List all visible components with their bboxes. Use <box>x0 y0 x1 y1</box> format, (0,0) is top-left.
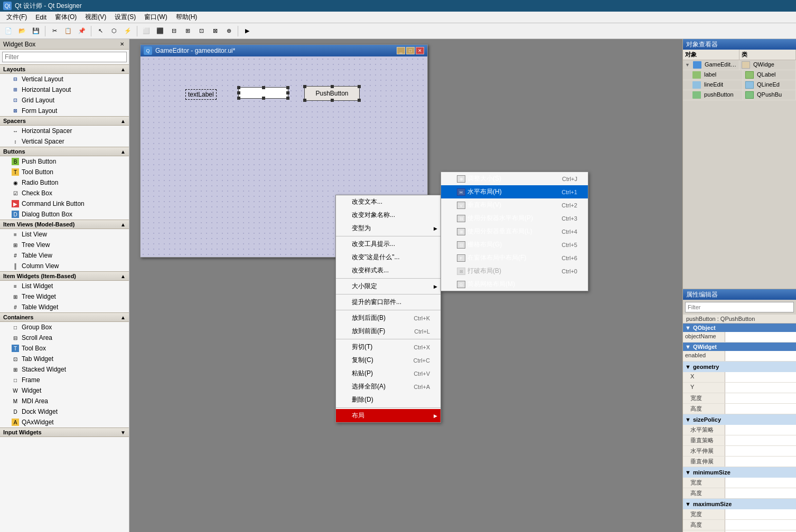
submenu-adjust-size[interactable]: ⊕ 调整大小(S) Ctrl+J <box>441 172 588 185</box>
handle-bl[interactable] <box>237 97 240 100</box>
menu-window-form[interactable]: 窗体(O) <box>51 12 81 23</box>
ctx-change-text[interactable]: 改变文本... <box>336 195 441 208</box>
category-spacers[interactable]: Spacers ▲ <box>0 116 129 126</box>
pb-handle-bl[interactable] <box>303 99 306 102</box>
toolbar-open[interactable]: 📂 <box>16 25 29 37</box>
widget-dialog-button-box[interactable]: D Dialog Button Box <box>0 209 129 220</box>
widget-push-button[interactable]: B Push Button <box>0 156 129 167</box>
ctx-change-name[interactable]: 改变对象名称... <box>336 208 441 222</box>
toolbar-copy[interactable]: 📋 <box>62 25 74 37</box>
widget-tool-box[interactable]: T Tool Box <box>0 343 129 354</box>
designer-close-btn[interactable]: ✕ <box>416 47 424 54</box>
ctx-promote-widget[interactable]: 提升的窗口部件... <box>336 296 441 309</box>
prop-hpolicy-value[interactable] <box>725 425 796 435</box>
widget-dock-widget[interactable]: D Dock Widget <box>0 406 129 417</box>
ctx-cut[interactable]: 剪切(T) Ctrl+X <box>336 340 441 354</box>
category-buttons[interactable]: Buttons ▲ <box>0 147 129 156</box>
widget-vertical-spacer[interactable]: ↕ Vertical Spacer <box>0 136 129 147</box>
widget-scroll-area[interactable]: ⊟ Scroll Area <box>0 332 129 343</box>
prop-maxheight-value[interactable] <box>725 520 796 530</box>
pb-handle-br[interactable] <box>358 99 361 102</box>
submenu-formlayout[interactable]: F 在窗体布局中布局(F) Ctrl+6 <box>441 251 588 264</box>
widget-tool-button[interactable]: T Tool Button <box>0 167 129 177</box>
widget-group-box[interactable]: □ Group Box <box>0 322 129 332</box>
category-layouts[interactable]: Layouts ▲ <box>0 64 129 74</box>
widget-vertical-layout[interactable]: ⊟ Vertical Layout <box>0 74 129 84</box>
prop-y-value[interactable] <box>725 383 796 393</box>
widget-tree-view[interactable]: ⊞ Tree View <box>0 240 129 250</box>
prop-vpolicy-value[interactable] <box>725 435 796 445</box>
widget-tab-widget[interactable]: ⊡ Tab Widget <box>0 354 129 364</box>
handle-br[interactable] <box>286 97 289 100</box>
handle-tc[interactable] <box>262 86 265 89</box>
property-filter[interactable] <box>685 302 794 312</box>
widget-column-view[interactable]: ║ Column View <box>0 261 129 271</box>
toolbar-cut[interactable]: ✂ <box>48 25 61 37</box>
ctx-delete[interactable]: 删除(D) <box>336 393 441 406</box>
ctx-paste[interactable]: 粘贴(P) Ctrl+V <box>336 367 441 380</box>
widget-stacked-widget[interactable]: ⊞ Stacked Widget <box>0 364 129 375</box>
pb-handle-bc[interactable] <box>331 99 334 102</box>
ctx-change-tooltip[interactable]: 改变工具提示... <box>336 238 441 251</box>
pb-handle-tr[interactable] <box>358 85 361 88</box>
designer-maximize-btn[interactable]: □ <box>406 47 415 54</box>
menu-view[interactable]: 视图(V) <box>81 12 110 23</box>
widget-box-close[interactable]: ✕ <box>118 41 126 47</box>
handle-tr[interactable] <box>286 86 289 89</box>
toolbar-break[interactable]: ⊠ <box>209 25 221 37</box>
toolbar-preview[interactable]: ▶ <box>241 25 254 37</box>
toolbar-grid[interactable]: ⊡ <box>195 25 208 37</box>
prop-maxwidth-value[interactable] <box>725 509 796 519</box>
menu-help[interactable]: 帮助(H) <box>172 12 202 23</box>
category-input-widgets[interactable]: Input Widgets ▼ <box>0 428 129 437</box>
widget-table-view[interactable]: # Table View <box>0 250 129 261</box>
widget-command-link-button[interactable]: ▶ Command Link Button <box>0 198 129 209</box>
toolbar-adjust[interactable]: ⊕ <box>222 25 235 37</box>
widget-form-layout[interactable]: ⊠ Form Layout <box>0 106 129 116</box>
obj-row-gameeditor[interactable]: ▼ GameEditorClass QWidge <box>683 60 796 70</box>
prop-minwidth-value[interactable] <box>725 478 796 488</box>
ctx-change-stylesheet[interactable]: 改变样式表... <box>336 264 441 277</box>
widget-widget[interactable]: W Widget <box>0 385 129 396</box>
submenu-hsplit[interactable]: ⊟ 使用分裂器水平布局(P) Ctrl+3 <box>441 212 588 225</box>
toolbar-new[interactable]: 📄 <box>2 25 15 37</box>
ctx-size-limit[interactable]: 大小限定 <box>336 280 441 293</box>
prop-minheight-value[interactable] <box>725 488 796 498</box>
handle-ml[interactable] <box>237 91 240 94</box>
handle-mr[interactable] <box>286 91 289 94</box>
handle-tl[interactable] <box>237 86 240 89</box>
submenu-vsplit[interactable]: ⊞ 使用分裂器垂直布局(L) Ctrl+4 <box>441 225 588 238</box>
widget-mdi-area[interactable]: M MDI Area <box>0 396 129 406</box>
widget-tree-widget[interactable]: ⊞ Tree Widget <box>0 291 129 302</box>
widget-grid-layout[interactable]: ⊡ Grid Layout <box>0 95 129 106</box>
toolbar-save[interactable]: 💾 <box>30 25 42 37</box>
toolbar-widget[interactable]: ⬡ <box>108 25 120 37</box>
widget-frame[interactable]: □ Frame <box>0 375 129 385</box>
submenu-hlayout[interactable]: H 水平布局(H) Ctrl+1 <box>441 185 588 198</box>
toolbar-hlayout[interactable]: ⬜ <box>140 25 153 37</box>
submenu-simple-grid[interactable]: G 简易网格布局(M) <box>441 278 588 291</box>
menu-file[interactable]: 文件(F) <box>2 12 31 23</box>
obj-row-label[interactable]: label QLabel <box>683 70 796 80</box>
toolbar-vsplit[interactable]: ⊞ <box>181 25 194 37</box>
designer-minimize-btn[interactable]: _ <box>397 47 405 54</box>
pb-handle-tc[interactable] <box>331 85 334 88</box>
widget-check-box[interactable]: ☑ Check Box <box>0 188 129 198</box>
prop-objectname-value[interactable] <box>725 332 796 342</box>
widget-qaxwidget[interactable]: A QAxWidget <box>0 417 129 428</box>
submenu-vlayout[interactable]: V 垂直布局(V) Ctrl+2 <box>441 198 588 212</box>
ctx-bring-front[interactable]: 放到前面(F) Ctrl+L <box>336 325 441 338</box>
submenu-grid[interactable]: ⊡ 栅格布局(G) Ctrl+5 <box>441 238 588 251</box>
prop-enabled-value[interactable] <box>725 351 796 361</box>
ctx-morph[interactable]: 变型为 <box>336 222 441 235</box>
prop-hstretch-value[interactable] <box>725 446 796 456</box>
ctx-change-whatsthis[interactable]: 改变"这是什么"... <box>336 251 441 264</box>
handle-bc[interactable] <box>262 97 265 100</box>
widget-radio-button[interactable]: ◉ Radio Button <box>0 177 129 188</box>
category-containers[interactable]: Containers ▲ <box>0 312 129 322</box>
toolbar-connect[interactable]: ⚡ <box>121 25 134 37</box>
ctx-layout[interactable]: 布局 ⊕ 调整大小(S) Ctrl+J H 水平布局(H) <box>336 409 441 422</box>
prop-width-value[interactable] <box>725 393 796 403</box>
widget-horizontal-layout[interactable]: ⊞ Horizontal Layout <box>0 84 129 95</box>
obj-row-lineedit[interactable]: lineEdit QLineEd <box>683 80 796 90</box>
